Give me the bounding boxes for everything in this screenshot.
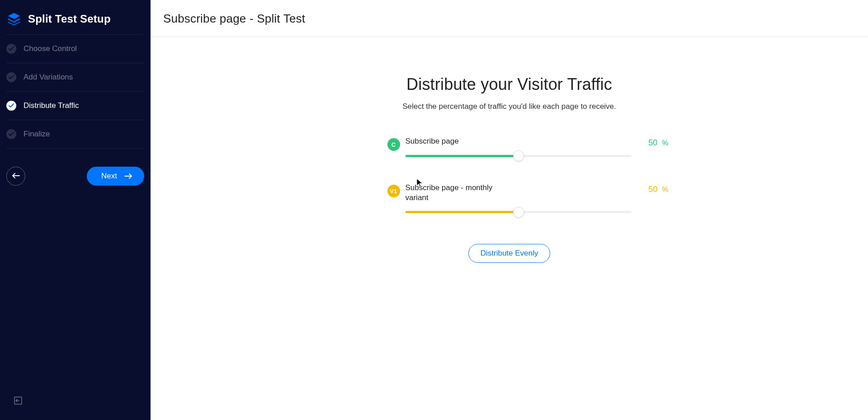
check-icon — [6, 44, 16, 54]
variant-name: Subscribe page — [406, 136, 496, 146]
step-label: Choose Control — [24, 44, 77, 53]
back-button[interactable] — [6, 167, 25, 186]
variant-row: C Subscribe page 50 % — [387, 136, 632, 161]
step-choose-control[interactable]: Choose Control — [6, 34, 144, 63]
check-icon — [6, 129, 16, 139]
layers-icon — [6, 12, 22, 26]
main: Subscribe page - Split Test Distribute y… — [151, 0, 868, 420]
steps-list: Choose Control Add Variations Distribute… — [0, 34, 151, 149]
variant-percent: 50 — [648, 185, 657, 194]
percent-symbol: % — [662, 186, 668, 194]
traffic-slider[interactable] — [406, 207, 632, 218]
step-distribute-traffic[interactable]: Distribute Traffic — [6, 92, 144, 120]
percent-symbol: % — [662, 139, 668, 147]
step-label: Distribute Traffic — [24, 101, 79, 110]
step-add-variations[interactable]: Add Variations — [6, 63, 144, 92]
variant-badge: C — [387, 138, 400, 151]
check-icon — [6, 101, 16, 111]
variants-list: C Subscribe page 50 % V1 Subscribe page … — [387, 136, 632, 218]
slider-thumb[interactable] — [513, 207, 524, 218]
variant-value: 50 % — [648, 185, 668, 194]
step-label: Finalize — [24, 130, 50, 139]
sidebar: Split Test Setup Choose Control Add Vari… — [0, 0, 151, 420]
sidebar-header: Split Test Setup — [0, 8, 151, 34]
exit-button[interactable] — [14, 396, 23, 406]
exit-icon — [14, 400, 23, 406]
slider-thumb[interactable] — [513, 150, 524, 161]
variant-row: V1 Subscribe page - monthly variant 50 % — [387, 183, 632, 218]
step-finalize[interactable]: Finalize — [6, 120, 144, 149]
variant-body: Subscribe page - monthly variant — [406, 183, 632, 218]
traffic-slider[interactable] — [406, 150, 632, 161]
page-title: Subscribe page - Split Test — [163, 12, 855, 26]
content: Distribute your Visitor Traffic Select t… — [151, 37, 868, 420]
variant-name: Subscribe page - monthly variant — [406, 183, 496, 202]
step-label: Add Variations — [24, 73, 73, 82]
arrow-left-icon — [12, 173, 20, 180]
variant-body: Subscribe page — [406, 136, 632, 161]
arrow-right-icon — [124, 173, 132, 179]
variant-badge: V1 — [387, 185, 400, 197]
distribute-evenly-button[interactable]: Distribute Evenly — [468, 244, 551, 263]
content-title: Distribute your Visitor Traffic — [406, 75, 612, 94]
variant-percent: 50 — [648, 138, 657, 148]
slider-fill — [406, 155, 519, 157]
check-icon — [6, 72, 16, 82]
app-title: Split Test Setup — [28, 13, 111, 25]
next-button[interactable]: Next — [87, 167, 144, 186]
nav-row: Next — [0, 149, 151, 186]
slider-fill — [406, 211, 519, 213]
content-subtitle: Select the percentage of traffic you'd l… — [402, 102, 616, 111]
main-header: Subscribe page - Split Test — [151, 0, 868, 37]
next-button-label: Next — [101, 172, 117, 181]
variant-value: 50 % — [648, 138, 668, 148]
